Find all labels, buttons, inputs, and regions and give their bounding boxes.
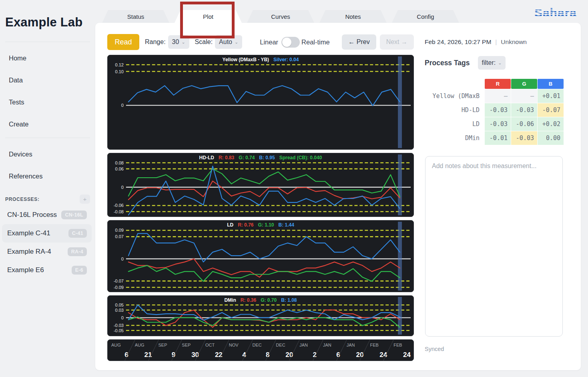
realtime-toggle[interactable]	[281, 37, 300, 48]
processes-label: PROCESSES:	[5, 197, 40, 202]
tab-curves[interactable]: Curves	[247, 10, 314, 23]
linear-label: Linear	[260, 38, 278, 46]
notes-textarea[interactable]	[425, 156, 563, 337]
meta-separator: |	[495, 38, 497, 46]
range-label: Range:	[145, 38, 166, 46]
axis-tick: DEC20	[272, 340, 296, 361]
process-list: CN-16L ProcessCN-16LExample C-41C-41Exam…	[0, 206, 94, 279]
process-item-example-c-41[interactable]: Example C-41C-41	[2, 224, 92, 243]
table-cell: 0.00	[538, 131, 564, 145]
process-badge: E-6	[72, 266, 87, 275]
table-cell: -0.03	[511, 131, 537, 145]
table-header-b: B	[538, 79, 564, 89]
axis-tick-month: AUG	[135, 343, 144, 347]
table-row-label: LD	[424, 117, 484, 131]
next-button[interactable]: Next →	[380, 34, 414, 50]
sync-status: Synced	[425, 346, 444, 352]
axis-tick: OCT22	[202, 340, 225, 361]
chart-ld[interactable]: LDR: 0.76G: 1.10B: 1.440.090.070-0.07-0.…	[107, 220, 414, 292]
axis-tick-day: 6	[336, 351, 340, 359]
axis-tick: AUG21	[131, 340, 155, 361]
svg-text:0: 0	[121, 315, 124, 320]
sidebar-nav-primary: HomeDataTestsCreate	[0, 47, 95, 135]
filter-label: filter:	[482, 59, 496, 66]
plot-toolbar: Read Range: 30 ⌄ Scale: Auto ⌄ Linear Re…	[107, 34, 414, 50]
sidebar-item-home[interactable]: Home	[0, 47, 95, 69]
svg-text:-0.08: -0.08	[114, 209, 124, 214]
svg-text:-0.07: -0.07	[114, 279, 124, 283]
tags-filter-select[interactable]: filter: ⌄	[478, 56, 506, 70]
table-cell: -0.03	[511, 103, 537, 117]
axis-tick-month: SEP	[182, 343, 191, 347]
svg-text:-0.03: -0.03	[114, 323, 124, 328]
axis-tick-month: SEP	[159, 343, 167, 347]
sidebar-item-references[interactable]: References	[0, 165, 95, 187]
table-corner	[424, 79, 484, 89]
chart-dmin[interactable]: DMinR: 0.36G: 0.70B: 1.080.050.030-0.03-…	[107, 295, 414, 336]
prev-button[interactable]: ← Prev	[342, 34, 376, 50]
range-select[interactable]: 30 ⌄	[168, 35, 189, 49]
tab-notes[interactable]: Notes	[319, 10, 387, 23]
process-item-cn-16l-process[interactable]: CN-16L ProcessCN-16L	[2, 206, 92, 224]
sidebar-item-tests[interactable]: Tests	[0, 91, 95, 113]
x-axis-strip: AUG6AUG21SEP9SEP30OCT22NOV4DEC8DEC20JAN2…	[107, 339, 414, 361]
axis-tick: SEP30	[178, 340, 202, 361]
table-cell: +0.01	[538, 89, 564, 103]
tab-config[interactable]: Config	[392, 10, 459, 23]
sahara-logo: Sahara	[534, 6, 577, 20]
svg-text:0: 0	[121, 257, 124, 261]
svg-text:0: 0	[121, 103, 124, 108]
table-cell: +0.02	[538, 117, 564, 131]
chart-yellow[interactable]: Yellow (DMaxB - YB)Silver: 0.040.120.100	[107, 55, 414, 150]
axis-tick-month: FEB	[370, 343, 378, 347]
scale-select[interactable]: Auto ⌄	[215, 35, 242, 49]
tab-plot[interactable]: Plot	[175, 10, 242, 23]
sidebar-item-devices[interactable]: Devices	[0, 143, 95, 165]
svg-text:0.08: 0.08	[115, 160, 124, 165]
measurement-timestamp: Feb 24, 2026, 10:27 PM	[425, 38, 491, 46]
process-item-example-ra-4[interactable]: Example RA-4RA-4	[2, 243, 92, 261]
read-button[interactable]: Read	[107, 34, 139, 50]
sidebar-divider	[5, 42, 90, 42]
tab-bar: StatusPlotCurvesNotesConfig	[102, 10, 459, 23]
measurement-meta: Feb 24, 2026, 10:27 PM | Unknown	[425, 38, 527, 46]
axis-tick: FEB24	[366, 340, 390, 361]
chart-hd-ld[interactable]: HD-LDR: 0.83G: 0.74B: 0.95Spread (CB): 0…	[107, 153, 414, 217]
axis-tick: DEC8	[249, 340, 273, 361]
axis-tick-month: JAN	[299, 343, 308, 347]
measurement-source: Unknown	[501, 38, 527, 46]
sidebar-item-data[interactable]: Data	[0, 69, 95, 91]
process-item-example-e6[interactable]: Example E6E-6	[2, 261, 92, 279]
tab-status[interactable]: Status	[102, 10, 169, 23]
table-cell: –	[511, 89, 537, 103]
table-cell: -0.01	[485, 131, 511, 145]
table-cell: –	[485, 89, 511, 103]
axis-tick: AUG6	[108, 340, 131, 361]
sidebar-item-create[interactable]: Create	[0, 113, 95, 135]
process-name: CN-16L Process	[7, 211, 57, 219]
table-row-label: HD-LD	[424, 103, 484, 117]
charts-column: Yellow (DMaxB - YB)Silver: 0.040.120.100…	[107, 55, 414, 361]
svg-text:0.12: 0.12	[115, 62, 124, 67]
add-process-button[interactable]: +	[80, 195, 90, 204]
table-cell: -0.07	[538, 103, 564, 117]
axis-tick: FEB24	[390, 340, 413, 361]
axis-tick-month: JAN	[347, 343, 355, 347]
svg-text:0.06: 0.06	[115, 166, 124, 171]
realtime-label: Real-time	[301, 38, 330, 46]
measurement-table: RGBYellow (DMaxB––+0.01HD-LD-0.03-0.03-0…	[424, 79, 564, 145]
scale-value: Auto	[219, 38, 232, 46]
lab-title: Example Lab	[5, 15, 82, 30]
table-cell: -0.06	[511, 117, 537, 131]
svg-text:-0.06: -0.06	[114, 203, 124, 208]
axis-tick-month: NOV	[229, 343, 239, 347]
table-row-label: DMin	[424, 131, 484, 145]
axis-tick-month: DEC	[276, 343, 285, 347]
process-name: Example E6	[7, 266, 44, 274]
axis-tick: NOV4	[225, 340, 249, 361]
axis-tick-month: OCT	[205, 343, 215, 347]
chevron-down-icon: ⌄	[235, 40, 238, 44]
table-header-r: R	[485, 79, 511, 89]
svg-text:-0.09: -0.09	[114, 285, 124, 290]
svg-text:0.03: 0.03	[115, 308, 124, 313]
